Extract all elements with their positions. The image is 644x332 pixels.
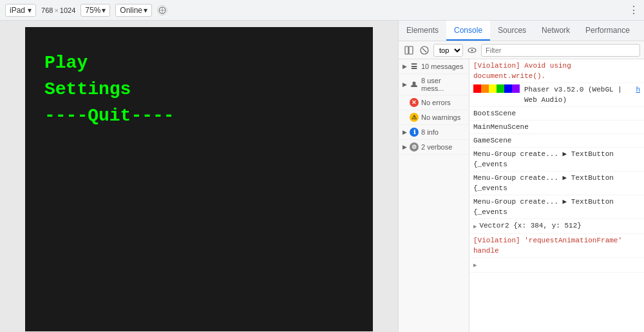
capture-button[interactable] bbox=[157, 5, 167, 15]
device-label: iPad bbox=[10, 6, 25, 15]
console-line[interactable]: ▶ Vector2 {x: 384, y: 512} bbox=[469, 219, 644, 234]
tab-sources[interactable]: Sources bbox=[490, 21, 534, 41]
console-text: Menu-Group create... ▶ TextButton {_even… bbox=[473, 197, 640, 217]
svg-rect-3 bbox=[405, 46, 408, 54]
tab-network[interactable]: Network bbox=[534, 21, 578, 41]
label-info: 8 info bbox=[421, 128, 439, 136]
viewport-size: 768 × 1024 bbox=[41, 6, 75, 14]
main-area: Play Settings ----Quit---- Elements Cons… bbox=[0, 21, 644, 332]
game-menu: Play Settings ----Quit---- bbox=[44, 53, 175, 126]
msg-group-user[interactable]: ▶ 8 user mess... bbox=[399, 74, 469, 95]
menu-item-quit: ----Quit---- bbox=[44, 106, 175, 126]
viewport-width: 768 bbox=[41, 6, 53, 14]
clear-console-button[interactable] bbox=[418, 44, 431, 57]
viewport-height: 1024 bbox=[60, 6, 75, 14]
clear-icon bbox=[420, 46, 429, 55]
tab-console[interactable]: Console bbox=[446, 21, 490, 41]
tab-performance[interactable]: Performance bbox=[578, 21, 638, 41]
tab-network-label: Network bbox=[542, 26, 570, 35]
expand-arrow[interactable]: ▶ bbox=[473, 260, 477, 271]
device-dropdown-icon: ▾ bbox=[28, 6, 32, 15]
console-line[interactable]: BootsScene bbox=[469, 107, 644, 121]
device-selector[interactable]: iPad ▾ bbox=[5, 4, 36, 17]
console-toolbar: top bbox=[399, 41, 644, 59]
capture-icon bbox=[158, 6, 166, 14]
svg-rect-4 bbox=[409, 46, 413, 54]
console-messages: ▶ ☰ 10 messages ▶ 8 user mess... ▶ ✕ No … bbox=[399, 59, 644, 332]
menu-item-settings: Settings bbox=[44, 79, 175, 99]
console-output: [Violation] Avoid using document.write()… bbox=[469, 59, 644, 332]
console-text: [Violation] 'requestAnimationFrame' hand… bbox=[473, 235, 640, 256]
console-line[interactable]: Phaser v3.52.0 (WebGL | Web Audio) h bbox=[469, 83, 644, 107]
svg-point-8 bbox=[471, 49, 473, 51]
console-line[interactable]: ▶ bbox=[469, 258, 644, 273]
console-text: Vector2 {x: 384, y: 512} bbox=[479, 220, 581, 231]
network-throttle[interactable]: Online ▾ bbox=[115, 4, 152, 17]
tab-console-label: Console bbox=[454, 26, 482, 35]
network-dropdown-icon: ▾ bbox=[144, 6, 147, 15]
console-line[interactable]: Menu-Group create... ▶ TextButton {_even… bbox=[469, 148, 644, 171]
msg-group-verbose[interactable]: ▶ ⚙ 2 verbose bbox=[399, 140, 469, 155]
console-line[interactable]: GameScene bbox=[469, 134, 644, 148]
console-text: BootsScene bbox=[473, 108, 516, 119]
label-user: 8 user mess... bbox=[421, 77, 465, 92]
source-link[interactable]: h bbox=[636, 84, 640, 95]
viewport-x: × bbox=[54, 6, 58, 14]
zoom-label: 75% bbox=[85, 6, 100, 15]
svg-point-9 bbox=[413, 82, 416, 85]
icon-verbose: ⚙ bbox=[410, 142, 419, 151]
tab-performance-label: Performance bbox=[585, 26, 630, 35]
zoom-dropdown-icon: ▾ bbox=[102, 6, 106, 15]
zoom-selector[interactable]: 75% ▾ bbox=[80, 4, 110, 17]
context-selector[interactable]: top bbox=[433, 44, 463, 57]
svg-line-6 bbox=[422, 48, 426, 52]
icon-info: ℹ bbox=[410, 128, 419, 137]
console-text: GameScene bbox=[473, 135, 511, 146]
arrow-verbose: ▶ bbox=[402, 144, 407, 150]
tab-elements-label: Elements bbox=[406, 26, 439, 35]
console-line[interactable]: Menu-Group create... ▶ TextButton {_even… bbox=[469, 171, 644, 195]
game-canvas: Play Settings ----Quit---- bbox=[25, 27, 373, 331]
eye-icon bbox=[468, 46, 477, 55]
tab-sources-label: Sources bbox=[498, 26, 526, 35]
msg-group-warnings[interactable]: ▶ ⚠ No warnings bbox=[399, 110, 469, 125]
label-warnings: No warnings bbox=[421, 113, 460, 121]
label-verbose: 2 verbose bbox=[421, 143, 452, 151]
arrow-info: ▶ bbox=[402, 129, 407, 135]
icon-error: ✕ bbox=[410, 98, 419, 107]
label-errors: No errors bbox=[421, 99, 451, 106]
console-line[interactable]: MainMenuScene bbox=[469, 121, 644, 134]
console-text: Phaser v3.52.0 (WebGL | Web Audio) bbox=[524, 84, 630, 105]
console-text: MainMenuScene bbox=[473, 122, 529, 132]
arrow-user: ▶ bbox=[402, 81, 407, 88]
console-text: Menu-Group create... ▶ TextButton {_even… bbox=[473, 149, 640, 170]
expand-icon[interactable]: ▶ bbox=[473, 222, 477, 232]
msg-group-info[interactable]: ▶ ℹ 8 info bbox=[399, 125, 469, 140]
label-all: 10 messages bbox=[421, 63, 463, 70]
icon-user bbox=[410, 80, 419, 89]
devtools-panel: Elements Console Sources Network Perform… bbox=[398, 21, 644, 332]
more-options-button[interactable]: ⋮ bbox=[629, 4, 639, 16]
tab-elements[interactable]: Elements bbox=[399, 21, 446, 41]
icon-warning: ⚠ bbox=[410, 113, 419, 122]
console-text: [Violation] Avoid using document.write()… bbox=[473, 61, 640, 81]
devtools-tabs: Elements Console Sources Network Perform… bbox=[399, 21, 644, 41]
filter-input[interactable] bbox=[481, 44, 640, 57]
network-label: Online bbox=[120, 6, 142, 15]
console-line[interactable]: Menu-Group create... ▶ TextButton {_even… bbox=[469, 195, 644, 219]
msg-group-all[interactable]: ▶ ☰ 10 messages bbox=[399, 59, 469, 74]
arrow-all: ▶ bbox=[402, 63, 407, 70]
eye-button[interactable] bbox=[466, 44, 478, 57]
menu-item-play: Play bbox=[44, 53, 175, 73]
game-panel: Play Settings ----Quit---- bbox=[0, 21, 398, 332]
phaser-badge bbox=[473, 84, 520, 93]
console-line[interactable]: [Violation] Avoid using document.write()… bbox=[469, 59, 644, 83]
icon-all: ☰ bbox=[410, 62, 419, 71]
sidebar-toggle-button[interactable] bbox=[402, 44, 415, 57]
top-toolbar: iPad ▾ 768 × 1024 75% ▾ Online ▾ ⋮ bbox=[0, 0, 644, 21]
msg-group-errors[interactable]: ▶ ✕ No errors bbox=[399, 95, 469, 110]
console-text: Menu-Group create... ▶ TextButton {_even… bbox=[473, 173, 640, 193]
sidebar-icon bbox=[404, 46, 413, 55]
console-line[interactable]: [Violation] 'requestAnimationFrame' hand… bbox=[469, 234, 644, 258]
message-sidebar: ▶ ☰ 10 messages ▶ 8 user mess... ▶ ✕ No … bbox=[399, 59, 469, 332]
